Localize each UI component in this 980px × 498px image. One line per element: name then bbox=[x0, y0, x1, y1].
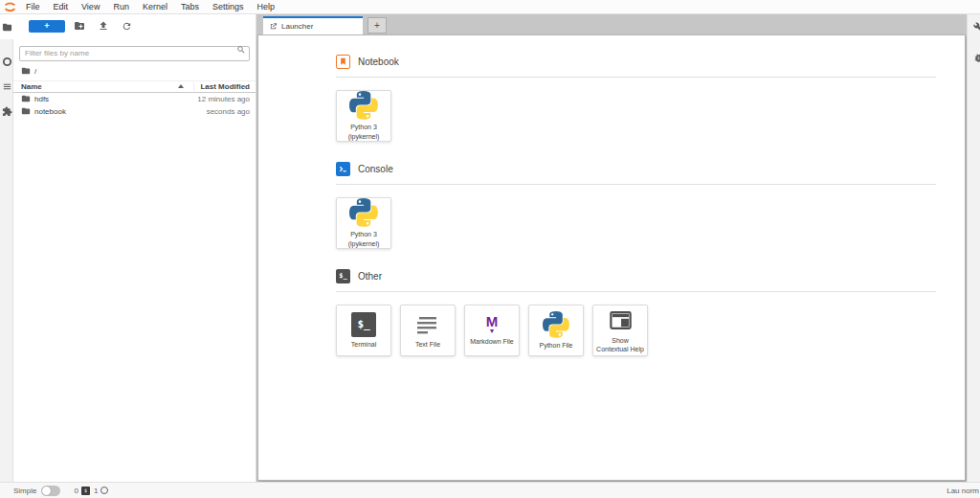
section-title: Notebook bbox=[358, 57, 399, 67]
kernels-count: 1 bbox=[94, 487, 98, 495]
folder-icon bbox=[21, 106, 31, 116]
file-modified: seconds ago bbox=[207, 107, 250, 116]
upload-icon[interactable] bbox=[93, 18, 113, 34]
card-label: Python File bbox=[539, 341, 572, 350]
property-inspector-icon bbox=[973, 22, 980, 33]
launcher-tab-icon bbox=[269, 22, 278, 31]
simple-mode-label: Simple bbox=[13, 487, 36, 495]
section-notebook: Notebook Python 3 (ipykernel) bbox=[336, 54, 936, 142]
launcher-panel: Notebook Python 3 (ipykernel) bbox=[257, 34, 966, 481]
terminals-status[interactable]: 0 $ bbox=[74, 487, 89, 495]
refresh-icon[interactable] bbox=[117, 18, 137, 34]
menu-help[interactable]: Help bbox=[250, 0, 281, 13]
folder-icon bbox=[21, 66, 31, 76]
card-label: Show Contextual Help bbox=[595, 336, 645, 353]
contextual-help-icon bbox=[608, 307, 634, 333]
file-modified: 12 minutes ago bbox=[197, 95, 250, 103]
menu-file[interactable]: File bbox=[19, 0, 47, 13]
filter-files-wrapper bbox=[19, 42, 250, 61]
file-browser-panel: + / Name Last Modified hdfs 12 minutes a… bbox=[13, 14, 256, 482]
sidebar-tab-file-browser[interactable] bbox=[0, 14, 13, 39]
tab-bar: Launcher + bbox=[256, 14, 967, 34]
terminal-icon: $_ bbox=[336, 269, 350, 283]
jupyter-logo-icon bbox=[0, 1, 19, 13]
card-label: Python 3 (ipykernel) bbox=[339, 123, 389, 140]
extensions-icon bbox=[2, 106, 12, 117]
table-of-contents-icon bbox=[2, 81, 12, 92]
column-name-label[interactable]: Name bbox=[21, 82, 42, 91]
running-sessions-icon bbox=[2, 57, 12, 67]
right-activity-bar bbox=[967, 14, 980, 482]
sidebar-tab-extensions[interactable] bbox=[0, 99, 13, 124]
sidebar-tab-property-inspector[interactable] bbox=[971, 14, 980, 39]
new-launcher-button[interactable]: + bbox=[29, 20, 65, 33]
python-icon bbox=[349, 91, 378, 120]
launcher-card-notebook-python3[interactable]: Python 3 (ipykernel) bbox=[336, 90, 391, 142]
menu-view[interactable]: View bbox=[75, 0, 106, 13]
launcher-card-text-file[interactable]: Text File bbox=[400, 305, 456, 356]
section-title: Other bbox=[358, 271, 382, 282]
text-file-icon bbox=[415, 312, 440, 337]
breadcrumb-root[interactable]: / bbox=[34, 67, 36, 76]
new-folder-icon[interactable] bbox=[69, 18, 89, 34]
console-icon bbox=[336, 162, 350, 176]
launcher-card-markdown-file[interactable]: M▼ Markdown File bbox=[464, 305, 520, 356]
sidebar-tab-toc[interactable] bbox=[0, 74, 13, 99]
launcher-card-console-python3[interactable]: Python 3 (ipykernel) bbox=[336, 197, 391, 249]
search-icon bbox=[236, 45, 246, 55]
menu-kernel[interactable]: Kernel bbox=[136, 0, 174, 13]
file-name: hdfs bbox=[34, 95, 49, 103]
card-label: Terminal bbox=[351, 340, 376, 349]
launcher-card-terminal[interactable]: $_ Terminal bbox=[336, 305, 391, 356]
card-label: Markdown File bbox=[470, 337, 514, 346]
terminal-icon: $_ bbox=[351, 312, 376, 337]
main-dock: Launcher + Notebook bbox=[256, 14, 967, 482]
sidebar-tab-debugger[interactable] bbox=[971, 45, 980, 70]
terminal-icon: $ bbox=[81, 487, 90, 495]
card-label: Python 3 (ipykernel) bbox=[339, 230, 389, 247]
launcher-card-python-file[interactable]: Python File bbox=[528, 305, 584, 356]
tab-label: Launcher bbox=[281, 22, 313, 31]
menu-tabs[interactable]: Tabs bbox=[174, 0, 206, 13]
menu-bar: File Edit View Run Kernel Tabs Settings … bbox=[0, 0, 980, 14]
card-label: Text File bbox=[415, 340, 440, 349]
launcher-card-contextual-help[interactable]: Show Contextual Help bbox=[592, 305, 648, 356]
folder-icon bbox=[21, 94, 31, 103]
filter-files-input[interactable] bbox=[19, 46, 250, 61]
breadcrumb[interactable]: / bbox=[13, 64, 256, 79]
bug-icon bbox=[973, 53, 980, 63]
notebook-icon bbox=[336, 55, 350, 69]
kernel-icon bbox=[100, 487, 108, 494]
column-modified-label[interactable]: Last Modified bbox=[193, 82, 250, 91]
file-row-hdfs[interactable]: hdfs 12 minutes ago bbox=[13, 93, 256, 105]
menu-settings[interactable]: Settings bbox=[206, 0, 251, 13]
file-browser-toolbar: + bbox=[13, 14, 256, 37]
menu-edit[interactable]: Edit bbox=[47, 0, 76, 13]
kernels-status[interactable]: 1 bbox=[94, 487, 108, 495]
terminals-count: 0 bbox=[74, 487, 78, 495]
status-bar: Simple 0 $ 1 Lau norm bbox=[0, 482, 980, 498]
file-row-notebook[interactable]: notebook seconds ago bbox=[13, 105, 256, 118]
tab-launcher[interactable]: Launcher bbox=[263, 16, 363, 34]
left-activity-bar bbox=[0, 14, 13, 482]
section-console: Console Python 3 (ipykernel) bbox=[336, 161, 936, 249]
python-icon bbox=[543, 311, 569, 338]
sidebar-tab-running[interactable] bbox=[0, 49, 13, 74]
sort-ascending-icon bbox=[178, 84, 184, 88]
file-list-header[interactable]: Name Last Modified bbox=[13, 80, 256, 93]
status-right-text: Lau norm bbox=[947, 487, 979, 495]
folder-icon bbox=[2, 22, 12, 33]
file-name: notebook bbox=[34, 107, 66, 116]
section-title: Console bbox=[358, 164, 393, 174]
python-icon bbox=[349, 198, 378, 227]
new-tab-button[interactable]: + bbox=[368, 17, 387, 34]
section-other: $_ Other $_ Terminal bbox=[336, 268, 936, 356]
simple-mode-toggle[interactable] bbox=[41, 486, 60, 496]
menu-run[interactable]: Run bbox=[106, 0, 136, 13]
markdown-icon: M▼ bbox=[486, 314, 499, 334]
